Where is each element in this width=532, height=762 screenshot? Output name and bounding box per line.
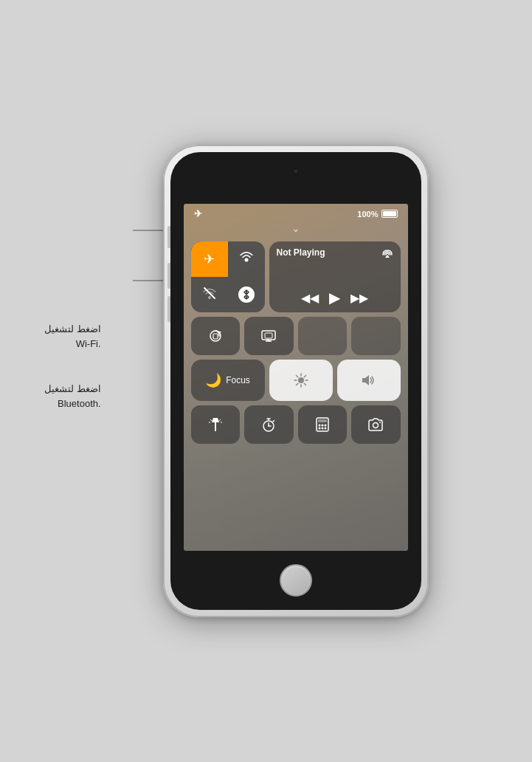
row-secondary-controls xyxy=(191,317,401,355)
swipe-indicator: ⌄ xyxy=(184,222,408,234)
airplane-mode-icon: ✈ xyxy=(194,208,202,219)
airplane-icon: ✈ xyxy=(204,251,215,267)
wifi-button[interactable] xyxy=(191,277,228,312)
svg-line-33 xyxy=(273,421,274,422)
svg-line-22 xyxy=(304,376,305,377)
svg-rect-35 xyxy=(318,419,327,422)
bluetooth-callout-line2: .Bluetooth xyxy=(44,397,101,411)
hotspot-button[interactable] xyxy=(228,241,265,277)
status-bar: ✈ 100% xyxy=(184,204,408,222)
media-controls: ◀◀ ▶ ▶▶ xyxy=(277,289,393,306)
battery-fill xyxy=(383,211,396,216)
screen: ✈ 100% ⌄ xyxy=(184,204,408,551)
svg-point-43 xyxy=(379,422,381,423)
empty-control-1 xyxy=(298,317,348,355)
brightness-slider[interactable] xyxy=(269,360,333,401)
screen-mirror-button[interactable] xyxy=(244,317,294,355)
focus-button[interactable]: 🌙 Focus xyxy=(191,360,265,401)
now-playing-block[interactable]: Not Playing xyxy=(269,241,401,312)
volume-down-button[interactable] xyxy=(167,296,170,322)
device-shell: ✈ 100% ⌄ xyxy=(163,145,429,617)
svg-point-36 xyxy=(318,425,320,427)
svg-line-26 xyxy=(219,419,221,421)
front-camera xyxy=(293,168,299,174)
device-face: ✈ 100% ⌄ xyxy=(170,152,421,610)
bluetooth-callout-line1: اضغط لتشغيل xyxy=(44,382,101,397)
svg-point-42 xyxy=(373,423,379,428)
svg-point-38 xyxy=(324,425,326,427)
rewind-button[interactable]: ◀◀ xyxy=(301,291,319,305)
row-quick-actions xyxy=(191,405,401,444)
svg-point-5 xyxy=(208,296,211,299)
svg-point-39 xyxy=(318,428,320,430)
svg-line-25 xyxy=(210,419,212,421)
wifi-callout-line2: .Wi-Fi xyxy=(44,337,101,351)
home-button[interactable] xyxy=(280,564,312,597)
svg-point-41 xyxy=(324,428,326,430)
power-button[interactable] xyxy=(167,226,170,248)
now-playing-title: Not Playing xyxy=(277,247,325,258)
focus-moon-icon: 🌙 xyxy=(205,372,221,388)
svg-marker-24 xyxy=(362,375,369,385)
svg-point-4 xyxy=(244,258,248,261)
forward-button[interactable]: ▶▶ xyxy=(350,291,368,305)
svg-line-21 xyxy=(304,383,305,385)
hotspot-icon xyxy=(238,250,255,270)
battery-percent: 100% xyxy=(357,210,378,219)
device: ✈ 100% ⌄ xyxy=(163,145,429,617)
wifi-callout-line1: اضغط لتشغيل xyxy=(44,322,101,337)
row-focus-sliders: 🌙 Focus xyxy=(191,360,401,401)
now-playing-header: Not Playing xyxy=(277,247,393,261)
svg-rect-12 xyxy=(265,333,272,338)
volume-slider[interactable] xyxy=(337,360,401,401)
connectivity-block: ✈ xyxy=(191,241,265,312)
bluetooth-icon xyxy=(238,286,255,303)
row-connectivity-nowplaying: ✈ xyxy=(191,241,401,312)
empty-control-2 xyxy=(351,317,401,355)
bluetooth-callout: اضغط لتشغيل .Bluetooth xyxy=(44,382,101,411)
svg-point-37 xyxy=(321,425,323,427)
airplane-mode-button[interactable]: ✈ xyxy=(191,241,228,277)
svg-line-23 xyxy=(296,383,297,385)
volume-up-button[interactable] xyxy=(167,263,170,289)
play-button[interactable]: ▶ xyxy=(329,289,340,306)
timer-button[interactable] xyxy=(244,405,294,444)
battery-icon xyxy=(381,210,398,218)
flashlight-button[interactable] xyxy=(191,405,241,444)
calculator-button[interactable] xyxy=(298,405,348,444)
svg-marker-9 xyxy=(217,332,221,334)
svg-point-40 xyxy=(321,428,323,430)
focus-label: Focus xyxy=(226,375,250,385)
orientation-lock-button[interactable] xyxy=(191,317,241,355)
wifi-callout: اضغط لتشغيل .Wi-Fi xyxy=(44,322,101,351)
controls-grid: ✈ xyxy=(184,237,408,551)
airplay-icon[interactable] xyxy=(381,247,393,261)
bluetooth-button[interactable] xyxy=(228,277,265,312)
control-center: ✈ 100% ⌄ xyxy=(184,204,408,551)
svg-line-20 xyxy=(296,376,297,377)
svg-point-15 xyxy=(298,377,304,383)
svg-rect-10 xyxy=(213,334,218,339)
camera-button[interactable] xyxy=(351,405,401,444)
wifi-off-icon xyxy=(201,285,218,304)
